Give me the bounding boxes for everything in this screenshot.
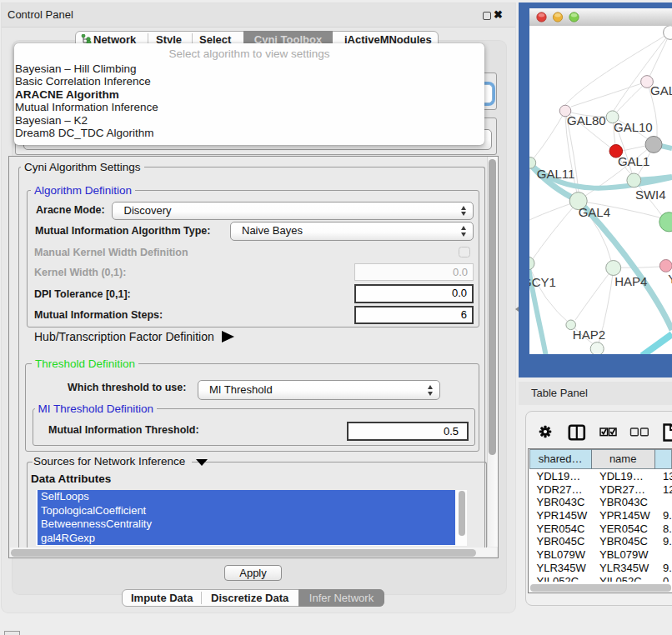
svg-text:HAP2: HAP2 (573, 328, 605, 342)
svg-text:GAL80: GAL80 (567, 113, 606, 128)
svg-text:GAL7: GAL7 (650, 83, 672, 98)
svg-text:SWI4: SWI4 (635, 188, 666, 202)
svg-text:GAL4: GAL4 (579, 205, 610, 219)
svg-text:GAL1: GAL1 (618, 154, 649, 168)
svg-text:HAP4: HAP4 (614, 274, 647, 288)
svg-text:YML: YML (668, 272, 672, 286)
svg-text:GCY1: GCY1 (529, 275, 556, 289)
svg-text:GAL11: GAL11 (537, 167, 575, 181)
svg-text:GAL10: GAL10 (614, 120, 653, 134)
